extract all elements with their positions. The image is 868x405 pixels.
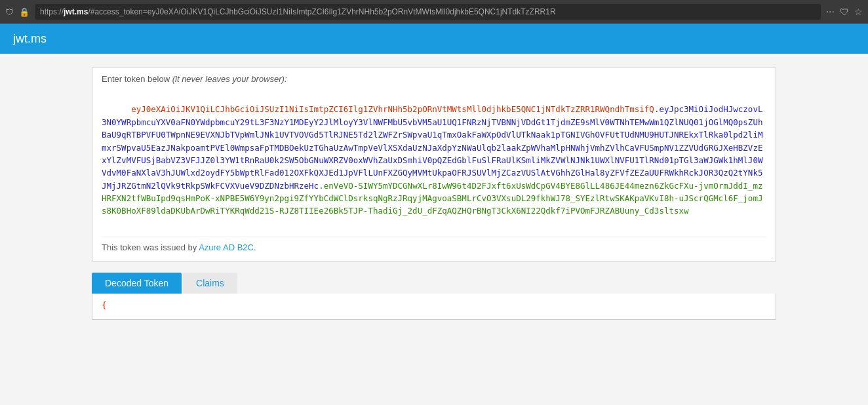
tabs-container: Decoded Token Claims [92,273,776,294]
url-prefix: https:// [40,7,64,16]
site-title: jwt.ms [13,32,47,46]
top-navbar: jwt.ms [0,24,868,54]
main-content: Enter token below (it never leaves your … [0,54,868,405]
decoded-opening-brace: { [102,300,107,310]
token-text-display[interactable]: eyJ0eXAiOiJKV1QiLCJhbGciOiJSUzI1NiIsImtp… [102,90,766,230]
token-hint: Enter token below (it never leaves your … [102,74,766,84]
token-hint-italic: (it never leaves your browser): [170,74,286,84]
token-issuer-bar: This token was issued by Azure AD B2C. [102,237,766,252]
issuer-text: This token was issued by [102,242,197,252]
browser-chrome: 🛡 🔒 https://jwt.ms/#access_token=eyJ0eXA… [0,0,868,24]
issuer-link[interactable]: Azure AD B2C [199,242,254,252]
token-payload-part: .eyJpc3MiOiJodHJwczovL3N0YWRpbmcuYXV0aFN… [102,104,762,190]
lock-icon: 🔒 [19,7,30,17]
decoded-output-panel: { [92,294,776,320]
browser-menu-dots[interactable]: ··· [826,6,835,18]
browser-star-icon[interactable]: ☆ [854,7,863,17]
browser-shield-icon[interactable]: 🛡 [840,7,849,17]
url-path: /#access_token=eyJ0eXAiOiJKV1QiLCJhbGciO… [88,7,555,16]
tab-claims[interactable]: Claims [183,273,237,294]
token-hint-text: Enter token below [102,74,170,84]
url-bar[interactable]: https://jwt.ms/#access_token=eyJ0eXAiOiJ… [35,4,821,20]
tab-decoded-token[interactable]: Decoded Token [92,273,182,294]
url-domain: jwt.ms [64,7,88,16]
security-icon: 🛡 [5,7,14,17]
token-container: Enter token below (it never leaves your … [92,67,776,262]
url-text: https://jwt.ms/#access_token=eyJ0eXAiOiJ… [40,7,556,16]
token-header-part: eyJ0eXAiOiJKV1QiLCJhbGciOiJSUzI1NiIsImtp… [131,104,654,114]
